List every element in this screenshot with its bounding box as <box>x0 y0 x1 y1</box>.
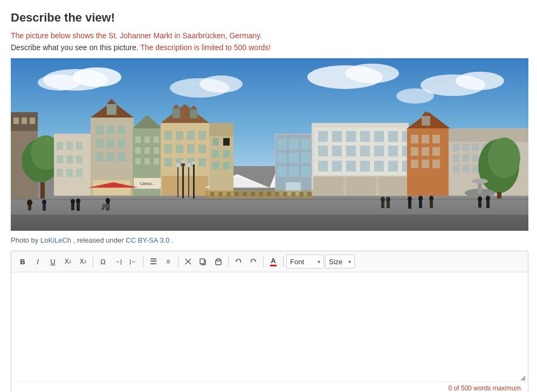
svg-rect-213 <box>181 163 185 166</box>
editor-textarea[interactable] <box>17 278 522 375</box>
svg-rect-101 <box>277 166 287 177</box>
svg-point-195 <box>381 197 385 202</box>
svg-rect-12 <box>11 198 528 200</box>
svg-rect-22 <box>57 142 63 150</box>
svg-point-207 <box>486 196 490 201</box>
svg-point-197 <box>386 197 390 202</box>
svg-rect-167 <box>497 192 501 198</box>
svg-rect-200 <box>408 201 411 209</box>
instruction-plain: Describe what you see on this picture. <box>11 43 139 52</box>
insert-tab-left-button[interactable]: |← <box>126 255 140 269</box>
svg-rect-90 <box>212 162 219 169</box>
separator-3 <box>178 256 178 267</box>
subtitle: The picture below shows the St. Johanner… <box>11 31 526 40</box>
svg-rect-142 <box>411 160 418 168</box>
font-dropdown-label: Font <box>290 258 304 266</box>
svg-rect-118 <box>374 146 384 156</box>
superscript-button[interactable]: X2 <box>76 255 90 269</box>
separator-5 <box>263 256 264 267</box>
italic-button[interactable]: I <box>31 255 45 269</box>
svg-rect-179 <box>267 192 271 196</box>
subscript-button[interactable]: X2 <box>61 255 75 269</box>
resize-handle[interactable]: ◢ <box>520 374 527 381</box>
svg-point-10 <box>396 88 434 104</box>
unordered-list-button[interactable]: ☰ <box>146 255 160 269</box>
svg-rect-178 <box>259 192 263 196</box>
svg-rect-149 <box>472 143 479 151</box>
svg-rect-224 <box>217 259 220 261</box>
svg-rect-138 <box>432 135 440 143</box>
svg-rect-49 <box>144 136 150 143</box>
svg-rect-117 <box>360 146 370 156</box>
svg-point-201 <box>418 196 423 201</box>
svg-rect-160 <box>463 165 469 173</box>
svg-rect-202 <box>419 201 422 208</box>
svg-rect-41 <box>96 153 104 161</box>
svg-rect-25 <box>57 155 63 163</box>
panorama-image: Carissi... <box>11 58 528 231</box>
size-dropdown-arrow: ▾ <box>348 259 351 265</box>
svg-rect-102 <box>289 166 299 177</box>
special-chars-button[interactable]: Ω <box>96 255 110 269</box>
svg-rect-110 <box>360 131 370 142</box>
font-color-button[interactable]: A <box>266 255 280 269</box>
svg-rect-36 <box>107 126 114 134</box>
size-dropdown[interactable]: Size ▾ <box>325 255 355 269</box>
separator-2 <box>143 256 143 267</box>
svg-rect-208 <box>486 201 490 208</box>
svg-rect-42 <box>107 153 114 161</box>
svg-rect-109 <box>346 131 356 142</box>
size-dropdown-label: Size <box>329 258 342 266</box>
svg-point-199 <box>408 196 412 202</box>
svg-rect-66 <box>176 131 183 140</box>
svg-rect-108 <box>332 131 342 142</box>
font-dropdown[interactable]: Font ▾ <box>286 255 324 269</box>
cut-button[interactable] <box>181 255 195 269</box>
svg-rect-65 <box>164 131 172 140</box>
svg-rect-68 <box>198 131 206 140</box>
svg-rect-72 <box>198 145 206 153</box>
svg-rect-196 <box>381 202 384 208</box>
underline-button[interactable]: U <box>46 255 60 269</box>
photo-credit-license-link[interactable]: CC BY-SA 3.0 <box>126 236 169 244</box>
svg-point-205 <box>478 196 482 202</box>
undo-button[interactable] <box>231 255 245 269</box>
photo-credit-author-link[interactable]: LoKiLeCh <box>40 236 71 244</box>
photo-credit: Photo by LoKiLeCh , released under CC BY… <box>11 236 526 244</box>
svg-rect-126 <box>388 161 398 171</box>
ordered-list-button[interactable]: ≡ <box>161 255 175 269</box>
word-count-bar: 0 of 500 words maximum. <box>11 382 528 392</box>
svg-rect-116 <box>346 146 356 156</box>
svg-rect-30 <box>76 169 82 177</box>
svg-rect-188 <box>43 204 46 211</box>
redo-button[interactable] <box>246 255 260 269</box>
svg-rect-67 <box>187 131 195 140</box>
svg-rect-131 <box>378 177 407 195</box>
svg-rect-172 <box>210 192 215 196</box>
svg-rect-63 <box>190 109 197 118</box>
svg-rect-134 <box>422 116 430 126</box>
bold-button[interactable]: B <box>16 255 30 269</box>
svg-rect-76 <box>198 158 206 167</box>
copy-button[interactable] <box>196 255 210 269</box>
svg-rect-122 <box>332 161 342 171</box>
svg-rect-88 <box>212 150 219 157</box>
svg-rect-56 <box>154 158 159 164</box>
svg-rect-35 <box>96 126 104 134</box>
page-title: Describe the view! <box>11 11 526 25</box>
photo-credit-suffix: . <box>171 236 174 244</box>
insert-tab-right-button[interactable]: →| <box>111 255 125 269</box>
svg-rect-77 <box>162 176 208 196</box>
svg-rect-154 <box>463 154 469 162</box>
svg-point-203 <box>429 196 433 201</box>
svg-point-79 <box>176 163 180 167</box>
svg-point-191 <box>76 198 80 204</box>
svg-point-5 <box>199 75 243 93</box>
svg-rect-38 <box>96 139 104 148</box>
svg-rect-98 <box>277 153 287 163</box>
separator-1 <box>93 256 93 267</box>
svg-point-214 <box>181 160 184 163</box>
svg-rect-89 <box>223 150 230 157</box>
paste-button[interactable] <box>211 255 225 269</box>
svg-rect-53 <box>154 147 159 154</box>
